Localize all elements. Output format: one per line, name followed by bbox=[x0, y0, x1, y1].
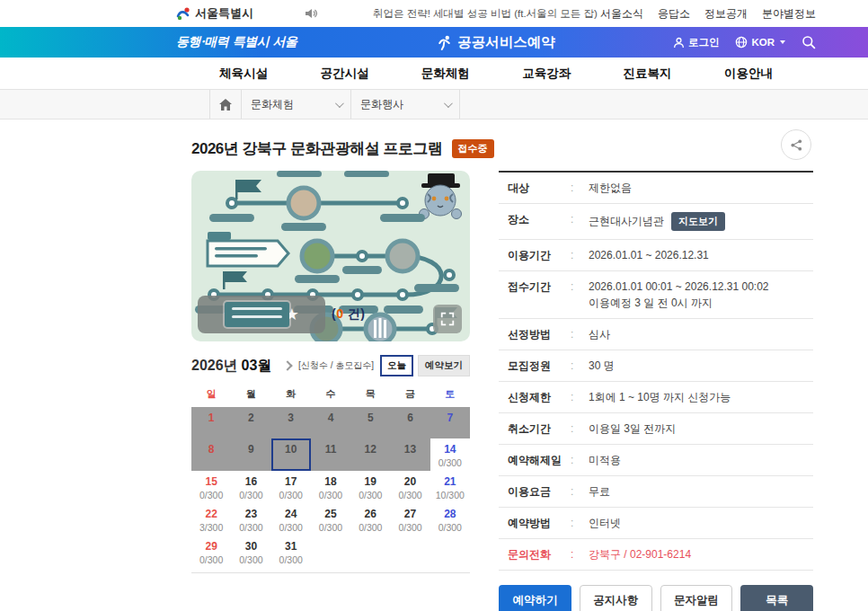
category-select[interactable]: 문화체험 bbox=[241, 90, 350, 119]
home-button[interactable] bbox=[209, 90, 241, 119]
subcategory-select[interactable]: 문화행사 bbox=[350, 90, 460, 119]
seoul-slogan-logo[interactable]: 동행·매력 특별시 서울 bbox=[176, 34, 297, 50]
detail-label: 문의전화 bbox=[508, 547, 571, 562]
review-count-value: 0 bbox=[336, 306, 343, 321]
notice-ticker[interactable]: 취업은 전략! 세대별 성공 비법 (ft.서울의 모든 잡) bbox=[373, 7, 598, 21]
person-icon bbox=[673, 37, 685, 49]
calendar-empty-cell bbox=[350, 536, 390, 568]
day-number: 22 bbox=[191, 508, 231, 520]
calendar-day-26[interactable]: 260/300 bbox=[350, 503, 390, 536]
day-number: 31 bbox=[271, 540, 311, 553]
nav-item-3[interactable]: 교육강좌 bbox=[522, 66, 571, 82]
day-number: 10 bbox=[271, 443, 311, 456]
share-button[interactable] bbox=[781, 129, 811, 160]
seoul-city-logo[interactable]: 서울특별시 bbox=[176, 5, 253, 22]
login-button[interactable]: 로그인 bbox=[673, 36, 720, 49]
calendar-tools: [신청수 / 총모집수] 오늘 예약보기 bbox=[298, 355, 470, 376]
day-count: 0/300 bbox=[191, 554, 231, 565]
detail-value: 미적용 bbox=[589, 453, 804, 467]
calendar-legend: [신청수 / 총모집수] bbox=[298, 359, 374, 372]
detail-value-text: 30 명 bbox=[589, 359, 615, 372]
detail-colon: : bbox=[571, 248, 589, 262]
calendar-day-17[interactable]: 170/300 bbox=[271, 471, 311, 503]
calendar-day-25[interactable]: 250/300 bbox=[311, 503, 350, 536]
calendar-day-19[interactable]: 190/300 bbox=[350, 471, 390, 503]
day-number: 24 bbox=[271, 508, 311, 520]
calendar-day-20[interactable]: 200/300 bbox=[390, 471, 430, 503]
top-link-2[interactable]: 정보공개 bbox=[704, 6, 748, 22]
calendar-day-23[interactable]: 230/300 bbox=[231, 503, 270, 536]
top-link-0[interactable]: 서울소식 bbox=[600, 6, 643, 22]
calendar-day-15[interactable]: 150/300 bbox=[191, 471, 231, 503]
calendar-day-28[interactable]: 280/300 bbox=[430, 503, 470, 536]
calendar-header: 2026년03월 [신청수 / 총모집수] 오늘 예약보기 bbox=[191, 355, 470, 376]
expand-image-button[interactable] bbox=[433, 305, 462, 333]
login-label: 로그인 bbox=[688, 36, 720, 49]
day-count: 0/300 bbox=[430, 457, 470, 468]
day-number: 14 bbox=[430, 443, 470, 456]
day-number: 13 bbox=[390, 443, 430, 456]
detail-value-text: 인터넷 bbox=[589, 517, 621, 529]
day-count: 0/300 bbox=[231, 554, 270, 565]
search-button[interactable] bbox=[802, 35, 816, 49]
seoul-symbol-icon bbox=[176, 6, 190, 21]
detail-value-text: 2026.01.01 ~ 2026.12.31 bbox=[589, 249, 709, 261]
calendar-day-29[interactable]: 290/300 bbox=[191, 536, 231, 568]
day-count: 0/300 bbox=[271, 490, 311, 500]
day-number: 26 bbox=[350, 508, 390, 520]
day-count: 0/300 bbox=[350, 490, 390, 500]
calendar-day-18[interactable]: 180/300 bbox=[311, 471, 350, 503]
nav-item-5[interactable]: 이용안내 bbox=[724, 66, 773, 82]
calendar-empty-cell bbox=[311, 536, 350, 568]
reservation-calendar: 2026년03월 [신청수 / 총모집수] 오늘 예약보기 일월화수목금토 12… bbox=[191, 355, 470, 573]
nav-item-1[interactable]: 공간시설 bbox=[320, 66, 368, 82]
today-button[interactable]: 오늘 bbox=[380, 355, 413, 376]
language-selector[interactable]: KOR bbox=[735, 36, 785, 49]
action-button-1[interactable]: 공지사항 bbox=[580, 585, 652, 611]
day-count: 0/300 bbox=[390, 490, 430, 500]
day-count: 3/300 bbox=[191, 522, 231, 533]
calendar-day-21[interactable]: 2110/300 bbox=[430, 471, 470, 503]
day-number: 7 bbox=[430, 412, 470, 424]
calendar-dow-5: 금 bbox=[390, 385, 430, 407]
detail-label: 장소 bbox=[508, 212, 571, 226]
nav-item-2[interactable]: 문화체험 bbox=[421, 66, 470, 82]
detail-row-선정방법: 선정방법:심사 bbox=[499, 319, 813, 350]
action-button-0[interactable]: 예약하기 bbox=[499, 585, 571, 611]
day-count: 0/300 bbox=[311, 522, 350, 533]
map-view-button[interactable]: 지도보기 bbox=[671, 212, 725, 231]
calendar-day-24[interactable]: 240/300 bbox=[271, 503, 311, 536]
columns: ★★★★★ (0 건) 2026년03월 [신청수 / 총모집수] bbox=[191, 171, 813, 611]
header-user-area: 로그인 KOR bbox=[673, 35, 816, 49]
content: 2026년 강북구 문화관광해설 프로그램 접수중 bbox=[191, 135, 813, 611]
calendar-day-30[interactable]: 300/300 bbox=[231, 536, 270, 568]
action-button-2[interactable]: 문자알림 bbox=[660, 585, 733, 611]
nav-item-0[interactable]: 체육시설 bbox=[219, 66, 268, 82]
day-count: 0/300 bbox=[231, 522, 270, 533]
calendar-day-22[interactable]: 223/300 bbox=[191, 503, 231, 536]
detail-colon: : bbox=[571, 516, 589, 530]
top-link-1[interactable]: 응답소 bbox=[658, 6, 690, 22]
calendar-day-31[interactable]: 310/300 bbox=[271, 536, 311, 568]
speaker-icon[interactable] bbox=[306, 8, 317, 19]
calendar-empty-cell bbox=[390, 536, 430, 568]
top-link-3[interactable]: 분야별정보 bbox=[762, 6, 816, 22]
calendar-day-16[interactable]: 160/300 bbox=[231, 471, 270, 503]
calendar-dow-4: 목 bbox=[350, 385, 390, 407]
service-logo[interactable]: 공공서비스예약 bbox=[437, 33, 555, 52]
review-count: (0 건) bbox=[332, 306, 366, 323]
detail-row-모집정원: 모집정원:30 명 bbox=[499, 350, 813, 382]
detail-row-이용요금: 이용요금:무료 bbox=[499, 476, 813, 508]
day-number: 5 bbox=[350, 412, 390, 424]
view-reservations-button[interactable]: 예약보기 bbox=[418, 355, 470, 376]
next-month-icon[interactable] bbox=[283, 360, 293, 370]
nav-item-4[interactable]: 진료복지 bbox=[624, 66, 672, 82]
calendar-day-14[interactable]: 140/300 bbox=[430, 438, 470, 471]
calendar-day-27[interactable]: 270/300 bbox=[390, 503, 430, 536]
calendar-day-9: 9 bbox=[231, 438, 270, 471]
service-title: 공공서비스예약 bbox=[457, 33, 555, 52]
calendar-empty-cell bbox=[430, 536, 470, 568]
detail-value-line2: 이용예정 3 일 전 0시 까지 bbox=[589, 296, 804, 310]
day-number: 20 bbox=[390, 475, 430, 488]
action-button-3[interactable]: 목록 bbox=[740, 585, 813, 611]
